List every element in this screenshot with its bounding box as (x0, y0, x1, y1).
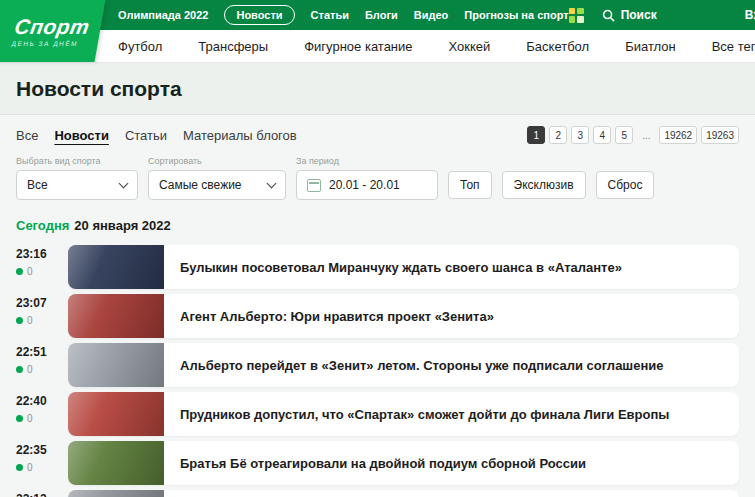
comment-count: 0 (27, 266, 33, 277)
news-time-block: 23:16 0 (16, 245, 58, 289)
news-row: 22:12 0 Мампасси рассказал, почему решил… (16, 490, 739, 497)
logo-title: Спорт (13, 16, 103, 37)
reset-filter-button[interactable]: Сброс (596, 171, 655, 199)
news-time: 22:51 (16, 345, 58, 359)
comments-link[interactable]: 0 (16, 266, 58, 277)
page-19263[interactable]: 19263 (701, 126, 739, 144)
category-football[interactable]: Футбол (118, 39, 162, 54)
category-basketball[interactable]: Баскетбол (526, 39, 589, 54)
site-header: Спорт день за днём Олимпиада 2022 Новост… (0, 0, 755, 63)
top-filter-button[interactable]: Топ (448, 171, 492, 199)
news-row: 22:40 0 Прудников допустил, что «Спартак… (16, 392, 739, 436)
page-4[interactable]: 4 (593, 126, 611, 144)
comment-count: 0 (27, 364, 33, 375)
period-filter-label: За период (296, 156, 438, 166)
login-button[interactable]: Вход (745, 6, 755, 25)
date-heading-date: 20 января 2022 (74, 218, 170, 233)
exclusive-filter-button[interactable]: Эксклюзив (502, 171, 586, 199)
filters-bar: Выбрать вид спорта Все Сортировать Самые… (16, 156, 739, 200)
news-time: 23:07 (16, 296, 58, 310)
sport-filter: Выбрать вид спорта Все (16, 156, 138, 200)
page-5[interactable]: 5 (615, 126, 633, 144)
top-nav-video[interactable]: Видео (414, 6, 449, 24)
category-all-tags[interactable]: Все теги (712, 39, 755, 54)
period-date-input[interactable]: 20.01 - 20.01 (296, 170, 438, 200)
calendar-icon (307, 179, 321, 192)
news-time-block: 22:35 0 (16, 441, 58, 485)
news-card[interactable]: Прудников допустил, что «Спартак» сможет… (68, 392, 739, 436)
content-tabs: Все Новости Статьи Материалы блогов (16, 128, 297, 143)
login-label: Вход (745, 8, 755, 22)
sort-select-value: Самые свежие (159, 178, 242, 192)
top-navigation: Олимпиада 2022 Новости Статьи Блоги Виде… (118, 5, 569, 25)
news-list: 23:16 0 Булыкин посоветовал Миранчуку жд… (16, 245, 739, 497)
news-card[interactable]: Агент Альберто: Юри нравится проект «Зен… (68, 294, 739, 338)
comments-link[interactable]: 0 (16, 413, 58, 424)
sort-filter: Сортировать Самые свежие (148, 156, 286, 200)
top-nav-blogs[interactable]: Блоги (365, 6, 398, 24)
tabs-row: Все Новости Статьи Материалы блогов 1 2 … (16, 126, 739, 144)
main-content: Все Новости Статьи Материалы блогов 1 2 … (0, 126, 755, 497)
comment-icon (16, 366, 23, 373)
news-thumbnail (68, 490, 164, 497)
news-card[interactable]: Альберто перейдет в «Зенит» летом. Сторо… (68, 343, 739, 387)
sort-select[interactable]: Самые свежие (148, 170, 286, 200)
top-nav-olympics[interactable]: Олимпиада 2022 (118, 6, 208, 24)
news-card[interactable]: Братья Бё отреагировали на двойной подиу… (68, 441, 739, 485)
category-hockey[interactable]: Хоккей (449, 39, 491, 54)
tab-all[interactable]: Все (16, 128, 38, 143)
news-thumbnail (68, 294, 164, 338)
news-row: 23:07 0 Агент Альберто: Юри нравится про… (16, 294, 739, 338)
top-nav-news[interactable]: Новости (224, 5, 294, 25)
news-time: 23:16 (16, 247, 58, 261)
tab-articles[interactable]: Статьи (125, 128, 167, 143)
pagination: 1 2 3 4 5 ... 19262 19263 (527, 126, 739, 144)
news-card[interactable]: Булыкин посоветовал Миранчуку ждать свое… (68, 245, 739, 289)
news-row: 22:51 0 Альберто перейдет в «Зенит» лето… (16, 343, 739, 387)
top-nav-predictions[interactable]: Прогнозы на спорт (464, 6, 568, 24)
comment-count: 0 (27, 462, 33, 473)
sport-select[interactable]: Все (16, 170, 138, 200)
category-nav: Футбол Трансферы Фигурное катание Хоккей… (0, 30, 755, 63)
top-nav-articles[interactable]: Статьи (311, 6, 349, 24)
page-19262[interactable]: 19262 (659, 126, 697, 144)
comments-link[interactable]: 0 (16, 364, 58, 375)
search-icon (602, 9, 615, 22)
page-2[interactable]: 2 (549, 126, 567, 144)
comment-count: 0 (27, 413, 33, 424)
comment-icon (16, 268, 23, 275)
page-3[interactable]: 3 (571, 126, 589, 144)
news-time: 22:40 (16, 394, 58, 408)
tab-news[interactable]: Новости (54, 128, 109, 143)
scoreboard-grid-icon[interactable] (569, 8, 584, 23)
top-bar: Олимпиада 2022 Новости Статьи Блоги Виде… (0, 0, 755, 30)
search-label: Поиск (621, 8, 657, 22)
tab-blog-materials[interactable]: Материалы блогов (183, 128, 297, 143)
site-logo[interactable]: Спорт день за днём (0, 0, 105, 62)
sort-filter-label: Сортировать (148, 156, 286, 166)
comment-icon (16, 464, 23, 471)
comments-link[interactable]: 0 (16, 462, 58, 473)
news-title: Булыкин посоветовал Миранчуку ждать свое… (164, 260, 638, 275)
news-time-block: 22:51 0 (16, 343, 58, 387)
category-biathlon[interactable]: Биатлон (625, 39, 676, 54)
news-thumbnail (68, 441, 164, 485)
news-title: Альберто перейдет в «Зенит» летом. Сторо… (164, 358, 680, 373)
news-time: 22:12 (16, 492, 58, 497)
category-figure-skating[interactable]: Фигурное катание (304, 39, 412, 54)
news-title: Агент Альберто: Юри нравится проект «Зен… (164, 309, 510, 324)
comments-link[interactable]: 0 (16, 315, 58, 326)
logo-subtitle: день за днём (11, 40, 98, 47)
topbar-right: Поиск (569, 8, 657, 23)
news-title: Братья Бё отреагировали на двойной подиу… (164, 456, 602, 471)
search-button[interactable]: Поиск (602, 8, 657, 22)
period-value: 20.01 - 20.01 (329, 178, 400, 192)
comment-icon (16, 415, 23, 422)
comment-icon (16, 317, 23, 324)
category-transfers[interactable]: Трансферы (198, 39, 268, 54)
date-heading: Сегодня20 января 2022 (16, 218, 739, 233)
news-card[interactable]: Мампасси рассказал, почему решил перейти… (68, 490, 739, 497)
page-heading-strip: Новости спорта (0, 63, 755, 115)
page-1[interactable]: 1 (527, 126, 545, 144)
pagination-ellipsis: ... (637, 126, 655, 144)
